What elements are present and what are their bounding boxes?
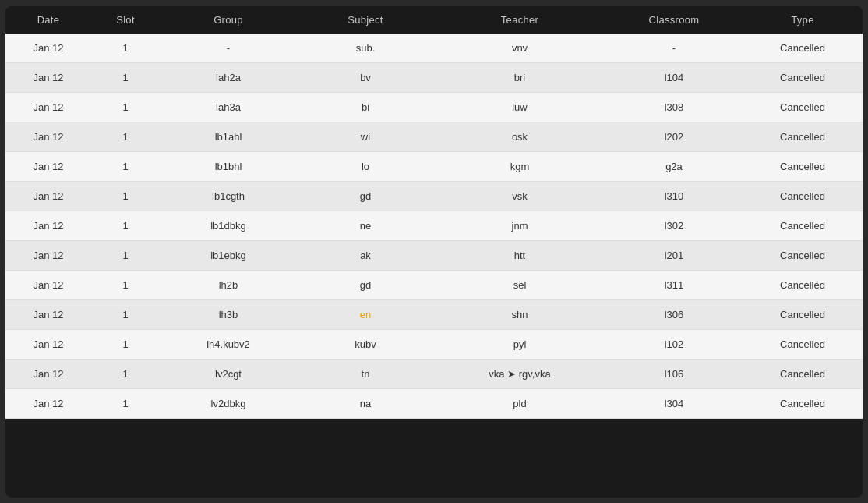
cell-group: lh3b [160, 299, 297, 329]
cell-date: Jan 12 [5, 329, 91, 359]
header-subject: Subject [297, 6, 434, 34]
data-table: Date Slot Group Subject Teacher Classroo… [5, 6, 863, 419]
cell-type: Cancelled [743, 34, 863, 63]
cell-type: Cancelled [743, 62, 863, 92]
cell-group: lah3a [160, 92, 297, 122]
cell-teacher: shn [434, 299, 605, 329]
cell-subject: bv [297, 62, 434, 92]
cell-classroom: l201 [605, 240, 743, 270]
cell-date: Jan 12 [5, 62, 91, 92]
cell-date: Jan 12 [5, 388, 91, 418]
cell-teacher: bri [434, 62, 605, 92]
cell-teacher: luw [434, 92, 605, 122]
cell-slot: 1 [91, 34, 160, 63]
cell-type: Cancelled [743, 359, 863, 388]
cell-group: lv2cgt [160, 359, 297, 388]
table-row: Jan 121lh3benshnl306Cancelled [5, 299, 863, 329]
table-container: Date Slot Group Subject Teacher Classroo… [5, 6, 863, 498]
cell-type: Cancelled [743, 181, 863, 211]
table-row: Jan 121lh2bgdsell311Cancelled [5, 270, 863, 299]
cell-classroom: l306 [605, 299, 743, 329]
cell-slot: 1 [91, 359, 160, 388]
table-header-row: Date Slot Group Subject Teacher Classroo… [5, 6, 863, 34]
header-teacher: Teacher [434, 6, 605, 34]
cell-slot: 1 [91, 329, 160, 359]
cell-type: Cancelled [743, 299, 863, 329]
cell-type: Cancelled [743, 388, 863, 418]
cell-subject: gd [297, 181, 434, 211]
table-body: Jan 121-sub.vnv-CancelledJan 121lah2abvb… [5, 34, 863, 419]
cell-slot: 1 [91, 62, 160, 92]
cell-date: Jan 12 [5, 151, 91, 181]
cell-date: Jan 12 [5, 359, 91, 388]
cell-date: Jan 12 [5, 240, 91, 270]
cell-slot: 1 [91, 211, 160, 240]
cell-date: Jan 12 [5, 211, 91, 240]
cell-classroom: g2a [605, 151, 743, 181]
cell-group: lb1bhl [160, 151, 297, 181]
cell-teacher: jnm [434, 211, 605, 240]
cell-slot: 1 [91, 151, 160, 181]
cell-teacher: osk [434, 122, 605, 151]
cell-group: lh2b [160, 270, 297, 299]
cell-slot: 1 [91, 270, 160, 299]
cell-subject: ne [297, 211, 434, 240]
cell-teacher: vsk [434, 181, 605, 211]
cell-teacher: pyl [434, 329, 605, 359]
cell-slot: 1 [91, 240, 160, 270]
cell-classroom: l304 [605, 388, 743, 418]
cell-teacher: htt [434, 240, 605, 270]
cell-teacher: sel [434, 270, 605, 299]
cell-subject: ak [297, 240, 434, 270]
cell-subject: kubv [297, 329, 434, 359]
cell-date: Jan 12 [5, 270, 91, 299]
table-row: Jan 121lb1ahlwioskl202Cancelled [5, 122, 863, 151]
table-row: Jan 121lb1cgthgdvskl310Cancelled [5, 181, 863, 211]
cell-type: Cancelled [743, 329, 863, 359]
cell-subject: en [297, 299, 434, 329]
cell-classroom: - [605, 34, 743, 63]
cell-classroom: l311 [605, 270, 743, 299]
cell-group: lb1dbkg [160, 211, 297, 240]
header-type: Type [743, 6, 863, 34]
cell-group: lv2dbkg [160, 388, 297, 418]
cell-teacher: kgm [434, 151, 605, 181]
cell-type: Cancelled [743, 151, 863, 181]
cell-classroom: l102 [605, 329, 743, 359]
table-row: Jan 121lb1dbkgnejnml302Cancelled [5, 211, 863, 240]
cell-slot: 1 [91, 299, 160, 329]
cell-type: Cancelled [743, 92, 863, 122]
screen: Date Slot Group Subject Teacher Classroo… [5, 6, 863, 498]
table-row: Jan 121lah2abvbril104Cancelled [5, 62, 863, 92]
cell-type: Cancelled [743, 240, 863, 270]
table-row: Jan 121lh4.kubv2kubvpyll102Cancelled [5, 329, 863, 359]
cell-date: Jan 12 [5, 122, 91, 151]
header-slot: Slot [91, 6, 160, 34]
header-group: Group [160, 6, 297, 34]
cell-slot: 1 [91, 388, 160, 418]
cell-slot: 1 [91, 92, 160, 122]
cell-date: Jan 12 [5, 92, 91, 122]
cell-date: Jan 12 [5, 181, 91, 211]
cell-subject: lo [297, 151, 434, 181]
cell-classroom: l302 [605, 211, 743, 240]
cell-group: lb1ahl [160, 122, 297, 151]
cell-teacher: vnv [434, 34, 605, 63]
cell-slot: 1 [91, 122, 160, 151]
cell-teacher: pld [434, 388, 605, 418]
cell-group: lh4.kubv2 [160, 329, 297, 359]
header-date: Date [5, 6, 91, 34]
cell-subject: gd [297, 270, 434, 299]
cell-classroom: l106 [605, 359, 743, 388]
table-row: Jan 121lah3abiluwl308Cancelled [5, 92, 863, 122]
cell-subject: sub. [297, 34, 434, 63]
cell-type: Cancelled [743, 122, 863, 151]
cell-type: Cancelled [743, 270, 863, 299]
cell-teacher: vka ➤ rgv,vka [434, 359, 605, 388]
cell-date: Jan 12 [5, 34, 91, 63]
cell-classroom: l310 [605, 181, 743, 211]
cell-subject: bi [297, 92, 434, 122]
header-classroom: Classroom [605, 6, 743, 34]
cell-slot: 1 [91, 181, 160, 211]
table-row: Jan 121lb1ebkgakhttl201Cancelled [5, 240, 863, 270]
